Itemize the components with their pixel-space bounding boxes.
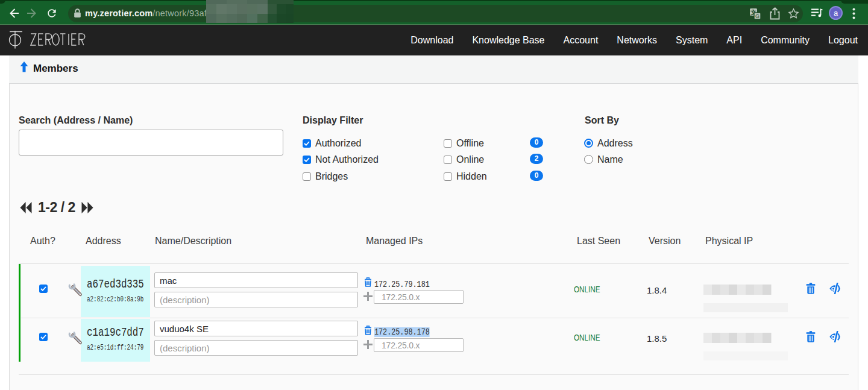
svg-text:G: G xyxy=(755,13,760,19)
